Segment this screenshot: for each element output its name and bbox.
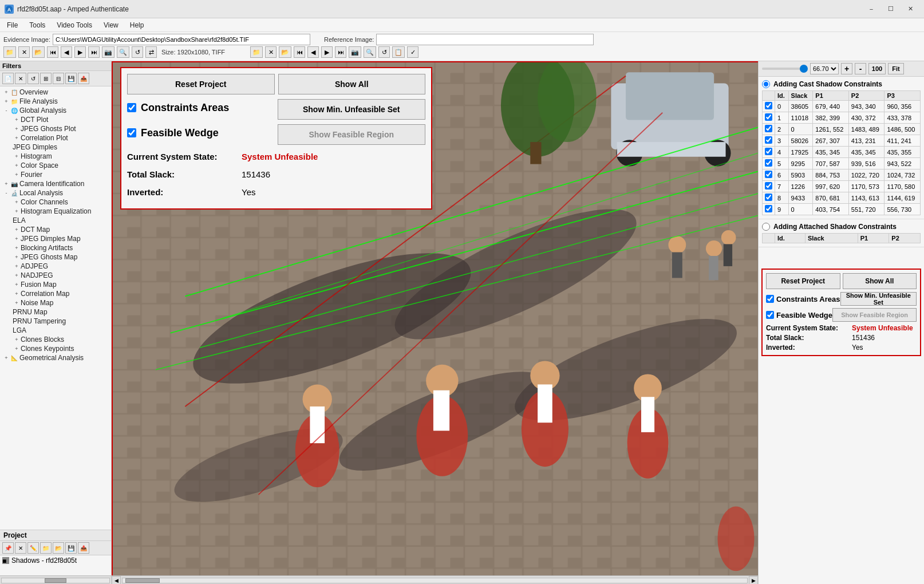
refresh-ev-button[interactable]: ↺ (132, 46, 143, 58)
ref-open-button[interactable]: 📁 (250, 46, 263, 58)
tree-nadjpeg[interactable]: + NADJPEG (1, 271, 110, 280)
show-min-unfeasible-button-small[interactable]: Show Min. Unfeasible Set (840, 292, 917, 306)
table-row[interactable]: 3 58026 267, 307 413, 231 411, 241 (763, 135, 921, 147)
tree-jpeg-ghosts-map[interactable]: + JPEG Ghosts Map (1, 252, 110, 262)
close-evidence-button[interactable]: ✕ (18, 46, 30, 58)
ref-browse-button[interactable]: 📂 (279, 46, 291, 58)
sidebar-refresh-btn[interactable]: ↺ (27, 73, 39, 84)
project-item-shadows[interactable]: ■ Shadows - rfd2f8d05t (0, 555, 111, 566)
tree-lga[interactable]: LGA (1, 326, 110, 335)
tree-noise-map[interactable]: + Noise Map (1, 298, 110, 307)
ref-first-button[interactable]: ⏮ (294, 46, 305, 58)
ref-close-button[interactable]: ✕ (265, 46, 277, 58)
row-checkbox-6[interactable] (765, 171, 772, 178)
table-row[interactable]: 4 17925 435, 345 435, 345 435, 355 (763, 147, 921, 158)
tree-blocking-artifacts[interactable]: + Blocking Artifacts (1, 243, 110, 252)
sidebar-scrollbar[interactable] (0, 575, 111, 584)
zoom-fit-ev-button[interactable]: 🔍 (117, 46, 129, 58)
tree-jpeg-ghosts-plot[interactable]: + JPEG Ghosts Plot (1, 124, 110, 133)
ref-prev-button[interactable]: ◀ (307, 46, 319, 58)
cast-shadow-radio[interactable] (762, 80, 770, 88)
sidebar-delete-btn[interactable]: ✕ (15, 73, 26, 84)
project-export-btn[interactable]: 📤 (78, 542, 89, 554)
maximize-button[interactable]: ☐ (882, 3, 900, 15)
tree-clones-blocks[interactable]: + Clones Blocks (1, 335, 110, 344)
feasible-wedge-checkbox-small[interactable] (766, 311, 774, 319)
tree-dct-plot[interactable]: + DCT Plot (1, 115, 110, 124)
constraints-areas-checkbox[interactable] (127, 103, 136, 112)
table-row[interactable]: 0 38605 679, 440 943, 340 960, 356 (763, 101, 921, 112)
row-checkbox-4[interactable] (765, 148, 772, 155)
ref-last-button[interactable]: ⏭ (335, 46, 346, 58)
close-button[interactable]: ✕ (901, 3, 919, 15)
row-checkbox-5[interactable] (765, 159, 772, 167)
project-delete-btn[interactable]: ✕ (15, 542, 26, 554)
tree-fourier[interactable]: + Fourier (1, 170, 110, 179)
tree-adjpeg[interactable]: + ADJPEG (1, 262, 110, 271)
ref-next-button[interactable]: ▶ (321, 46, 333, 58)
sync-button[interactable]: ⇄ (145, 46, 157, 58)
tree-histogram[interactable]: + Histogram (1, 152, 110, 161)
sidebar-save-btn[interactable]: 💾 (65, 73, 77, 84)
row-checkbox-0[interactable] (765, 102, 772, 109)
table-row[interactable]: 2 0 1261, 552 1483, 489 1486, 500 (763, 124, 921, 135)
project-edit-btn[interactable]: ✏️ (27, 542, 39, 554)
reset-project-button-large[interactable]: Reset Project (127, 74, 275, 94)
ref-refresh-button[interactable]: ↺ (378, 46, 390, 58)
project-folder-btn[interactable]: 📁 (40, 542, 52, 554)
tree-geometrical-analysis[interactable]: + 📐 Geometrical Analysis (1, 353, 110, 362)
ref-zoom-button[interactable]: 🔍 (364, 46, 376, 58)
tree-camera-id[interactable]: + 📷 Camera Identification (1, 179, 110, 188)
zoom-select[interactable]: 66.70 100 50 25 (810, 63, 839, 74)
open-folder-button[interactable]: 📁 (3, 46, 16, 58)
browse-evidence-button[interactable]: 📂 (32, 46, 45, 58)
minimize-button[interactable]: − (862, 3, 880, 15)
prev-frame-button[interactable]: ◀ (61, 46, 72, 58)
scroll-track[interactable] (122, 578, 748, 583)
tree-prnu-map[interactable]: PRNU Map (1, 307, 110, 317)
table-row[interactable]: 5 9295 707, 587 939, 516 943, 522 (763, 158, 921, 169)
row-checkbox-7[interactable] (765, 182, 772, 190)
show-all-button-small[interactable]: Show All (843, 273, 917, 289)
ref-capture-button[interactable]: 📷 (349, 46, 361, 58)
tree-global-analysis[interactable]: - 🌐 Global Analysis (1, 106, 110, 115)
constraints-areas-checkbox-small[interactable] (766, 295, 774, 303)
tree-correlation-map[interactable]: + Correlation Map (1, 289, 110, 298)
table-row[interactable]: 6 5903 884, 753 1022, 720 1024, 732 (763, 169, 921, 181)
project-open-btn[interactable]: 📂 (53, 542, 64, 554)
table-row[interactable]: 1 11018 382, 399 430, 372 433, 378 (763, 112, 921, 124)
image-h-scrollbar[interactable]: ◀ ▶ (112, 575, 758, 584)
tree-ela[interactable]: ELA (1, 216, 110, 225)
tree-jpeg-dimples-map[interactable]: + JPEG Dimples Map (1, 234, 110, 243)
table-row[interactable]: 9 0 403, 754 551, 720 556, 730 (763, 204, 921, 215)
reference-path-input[interactable] (376, 34, 594, 45)
show-all-button-large[interactable]: Show All (278, 74, 426, 94)
reset-project-button-small[interactable]: Reset Project (766, 273, 840, 289)
tree-correlation-plot[interactable]: + Correlation Plot (1, 133, 110, 143)
zoom-out-button[interactable]: - (855, 63, 866, 74)
capture-button[interactable]: 📷 (102, 46, 114, 58)
menu-tools[interactable]: Tools (25, 20, 50, 30)
evidence-path-input[interactable] (53, 34, 310, 45)
scroll-thumb[interactable] (125, 578, 160, 583)
tree-fusion-map[interactable]: + Fusion Map (1, 280, 110, 289)
menu-video-tools[interactable]: Video Tools (52, 20, 97, 30)
ref-more2-button[interactable]: ✓ (407, 46, 418, 58)
table-row[interactable]: 7 1226 997, 620 1170, 573 1170, 580 (763, 181, 921, 192)
show-feasible-region-button-large[interactable]: Show Feasible Region (278, 124, 426, 145)
next-frame-button[interactable]: ▶ (74, 46, 86, 58)
menu-help[interactable]: Help (125, 20, 149, 30)
show-min-unfeasible-button-large[interactable]: Show Min. Unfeasible Set (278, 99, 426, 120)
row-checkbox-8[interactable] (765, 194, 772, 201)
ref-more1-button[interactable]: 📋 (392, 46, 405, 58)
tree-prnu-tampering[interactable]: PRNU Tampering (1, 317, 110, 326)
tree-jpeg-dimples[interactable]: JPEG Dimples (1, 143, 110, 152)
row-checkbox-3[interactable] (765, 136, 772, 144)
zoom-slider-thumb[interactable] (800, 65, 808, 73)
row-checkbox-9[interactable] (765, 205, 772, 212)
project-pin-btn[interactable]: 📌 (2, 542, 14, 554)
row-checkbox-2[interactable] (765, 125, 772, 132)
tree-overview[interactable]: + 📋 Overview (1, 88, 110, 97)
sidebar-expand-btn[interactable]: ⊞ (40, 73, 52, 84)
last-frame-button[interactable]: ⏭ (88, 46, 100, 58)
